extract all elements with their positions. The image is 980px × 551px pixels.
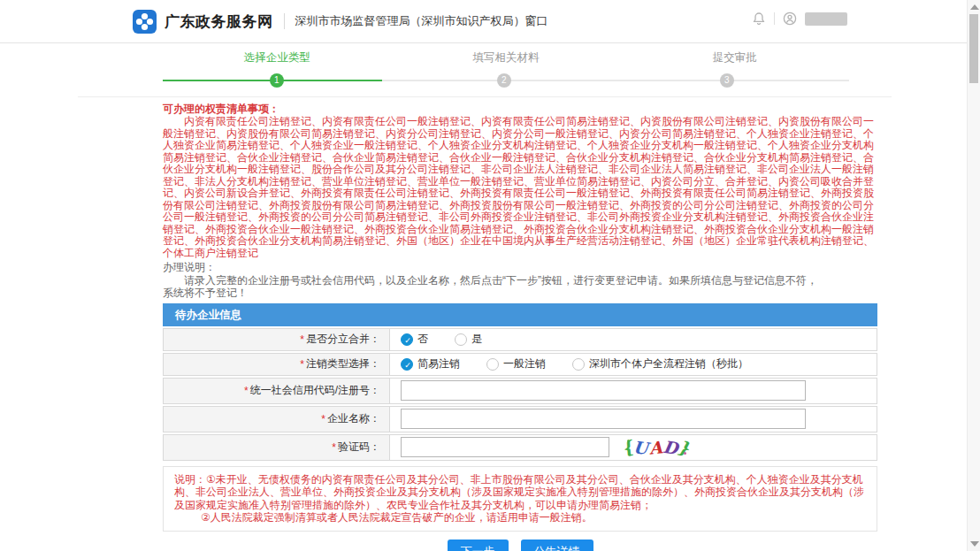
notice-title: 可办理的权责清单事项： xyxy=(163,103,877,116)
top-header: 广东政务服务网 深圳市市场监督管理局（深圳市知识产权局）窗口 xyxy=(0,0,980,43)
captcha-noise-dot xyxy=(684,452,686,455)
required-asterisk: * xyxy=(321,413,325,425)
step-label-submit-approval: 提交审批 xyxy=(620,50,849,65)
instructions-line2: 系统将不予登记！ xyxy=(163,287,877,300)
section-header-pending-company-info: 待办企业信息 xyxy=(163,303,877,326)
vertical-scrollbar[interactable] xyxy=(967,0,980,551)
step-dot-1: 1 xyxy=(270,73,284,88)
radio-split-merge-yes[interactable]: 是 xyxy=(455,332,482,347)
required-asterisk: * xyxy=(300,358,304,371)
step-indicator: 选择企业类型 填写相关材料 提交审批 1 2 3 xyxy=(78,43,892,96)
radio-cancel-shenzhen-fullflow[interactable]: 深圳市个体户全流程注销（秒批） xyxy=(572,356,748,371)
header-user-area xyxy=(752,11,847,26)
required-asterisk: * xyxy=(244,385,249,397)
page-content: 可办理的权责清单事项： 内资有限责任公司注销登记、内资有限责任公司一般注销登记、… xyxy=(163,103,877,551)
step-label-choose-type: 选择企业类型 xyxy=(163,50,392,65)
next-step-button[interactable]: 下一步 xyxy=(448,540,509,551)
form-row-split-merge: * 是否分立合并： 否 是 xyxy=(163,328,877,351)
notice-items-list: 内资有限责任公司注销登记、内资有限责任公司一般注销登记、内资有限责任公司简易注销… xyxy=(163,116,877,259)
step-dot-3: 3 xyxy=(720,73,734,88)
footnote-line2: ②人民法院裁定强制清算或者人民法院裁定宣告破产的企业，请适用申请一般注销。 xyxy=(174,511,866,524)
bell-icon[interactable] xyxy=(752,11,766,26)
radio-checked-icon[interactable] xyxy=(401,358,413,371)
user-icon[interactable] xyxy=(783,11,797,26)
radio-unchecked-icon[interactable] xyxy=(486,358,499,371)
scrollbar-thumb[interactable] xyxy=(969,14,978,83)
radio-unchecked-icon[interactable] xyxy=(572,358,585,371)
form-row-captcha: * 验证码： { U A D } xyxy=(163,434,877,461)
captcha-input[interactable] xyxy=(401,437,609,457)
cancel-type-label: * 注销类型选择： xyxy=(164,354,390,375)
announcement-details-button[interactable]: 公告详情 xyxy=(521,540,593,551)
credit-code-label: * 统一社会信用代码/注册号： xyxy=(164,379,390,403)
radio-cancel-general[interactable]: 一般注销 xyxy=(486,356,546,371)
step-label-fill-materials: 填写相关材料 xyxy=(392,50,621,65)
form-row-company-name: * 企业名称： xyxy=(163,406,877,432)
form-row-credit-code: * 统一社会信用代码/注册号： xyxy=(163,378,877,404)
steps-divider xyxy=(78,96,892,97)
required-asterisk: * xyxy=(300,333,304,346)
action-buttons: 下一步 公告详情 xyxy=(163,540,877,551)
form-row-cancel-type: * 注销类型选择： 简易注销 一般注销 深圳市个体户全流程注销（秒批） xyxy=(163,353,877,376)
radio-cancel-simple[interactable]: 简易注销 xyxy=(401,356,460,371)
department-window-title: 深圳市市场监督管理局（深圳市知识产权局）窗口 xyxy=(295,13,548,29)
scrollbar-up-arrow-icon[interactable] xyxy=(970,4,979,10)
redacted-username[interactable] xyxy=(805,12,847,26)
company-name-input[interactable] xyxy=(401,409,806,429)
split-merge-label: * 是否分立合并： xyxy=(164,329,390,350)
header-right-divider xyxy=(774,12,775,25)
gdzwfw-logo-icon xyxy=(133,10,157,34)
main-card: 选择企业类型 填写相关材料 提交审批 1 2 3 可办理的权责清单事项： 内资有… xyxy=(78,43,892,551)
header-divider xyxy=(284,13,285,29)
credit-code-input[interactable] xyxy=(401,380,806,401)
scrollbar-down-arrow-icon[interactable] xyxy=(970,541,979,547)
eligibility-footnote: 说明：①未开业、无债权债务的内资有限责任公司及其分公司、非上市股份有限公司及其分… xyxy=(163,466,877,532)
instructions-line1: 请录入完整的企业注册号或社会信用代码，以及企业名称，然后点击“下一步”按钮，进行… xyxy=(163,274,877,287)
site-title: 广东政务服务网 xyxy=(165,11,273,32)
radio-unchecked-icon[interactable] xyxy=(455,333,467,346)
radio-split-merge-no[interactable]: 否 xyxy=(401,332,428,347)
instructions-title: 办理说明： xyxy=(163,261,877,274)
required-asterisk: * xyxy=(332,441,336,454)
captcha-label: * 验证码： xyxy=(164,435,390,460)
handling-instructions: 办理说明： 请录入完整的企业注册号或社会信用代码，以及企业名称，然后点击“下一步… xyxy=(163,261,877,300)
captcha-image[interactable]: { U A D } xyxy=(622,436,690,459)
company-name-label: * 企业名称： xyxy=(164,407,390,432)
radio-checked-icon[interactable] xyxy=(401,333,413,346)
step-dot-2: 2 xyxy=(497,73,511,88)
footnote-line1: 说明：①未开业、无债权债务的内资有限责任公司及其分公司、非上市股份有限公司及其分… xyxy=(174,473,866,512)
